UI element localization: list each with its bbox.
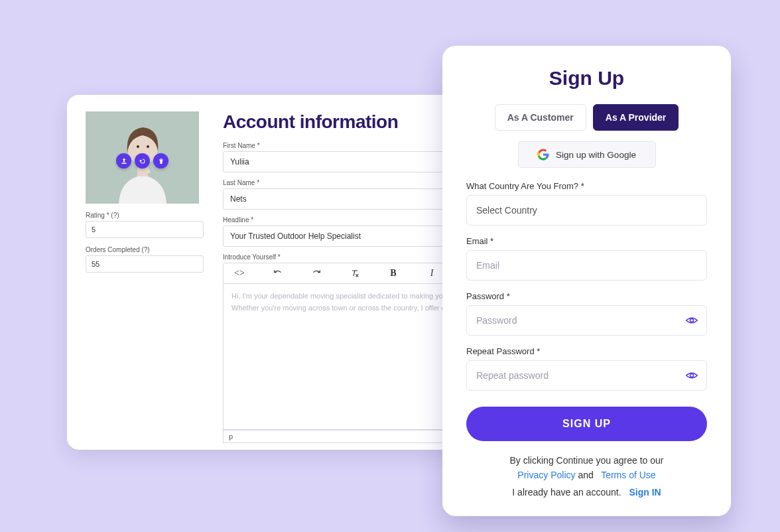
- privacy-policy-link[interactable]: Privacy Policy: [517, 470, 575, 480]
- repeat-password-input[interactable]: [466, 360, 707, 391]
- terms-of-use-link[interactable]: Terms of Use: [601, 470, 655, 480]
- password-input[interactable]: [466, 305, 707, 336]
- rotate-photo-button[interactable]: [135, 153, 150, 168]
- italic-button[interactable]: I: [419, 264, 445, 283]
- undo-button[interactable]: [265, 264, 291, 283]
- code-view-button[interactable]: <>: [226, 264, 253, 283]
- clear-format-button[interactable]: [342, 264, 368, 283]
- redo-button[interactable]: [303, 264, 330, 283]
- rating-input[interactable]: [86, 221, 204, 238]
- repeat-password-label: Repeat Password *: [466, 346, 707, 356]
- signup-card: Sign Up As A Customer As A Provider Sign…: [442, 46, 731, 516]
- google-icon: [537, 149, 549, 161]
- tab-as-customer[interactable]: As A Customer: [495, 104, 586, 131]
- bold-button[interactable]: B: [380, 264, 407, 283]
- orders-label: Orders Completed (?): [86, 246, 206, 253]
- orders-completed-input[interactable]: [86, 255, 204, 273]
- svg-point-3: [137, 145, 139, 148]
- upload-photo-button[interactable]: [116, 153, 131, 168]
- have-account-text: I already have an account.: [512, 487, 621, 498]
- country-select[interactable]: Select Country: [466, 195, 707, 226]
- google-signup-label: Sign up with Google: [556, 150, 636, 160]
- email-input[interactable]: [466, 250, 707, 281]
- svg-point-4: [147, 145, 149, 148]
- profile-photo: [86, 111, 199, 204]
- signup-title: Sign Up: [466, 67, 707, 90]
- toggle-repeat-password-visibility-icon[interactable]: [684, 368, 699, 383]
- svg-point-6: [690, 374, 694, 377]
- svg-point-5: [690, 319, 694, 322]
- sign-in-link[interactable]: Sign IN: [629, 487, 661, 498]
- agree-text: By clicking Continue you agree to our Pr…: [466, 453, 707, 483]
- tab-as-provider[interactable]: As A Provider: [593, 104, 679, 131]
- rating-label: Rating * (?): [86, 212, 206, 219]
- toggle-password-visibility-icon[interactable]: [684, 313, 699, 328]
- google-signup-button[interactable]: Sign up with Google: [518, 141, 656, 168]
- email-label: Email *: [466, 236, 707, 246]
- signup-submit-button[interactable]: SIGN UP: [466, 407, 707, 441]
- password-label: Password *: [466, 291, 707, 301]
- country-label: What Country Are You From? *: [466, 181, 707, 191]
- delete-photo-button[interactable]: [153, 153, 168, 168]
